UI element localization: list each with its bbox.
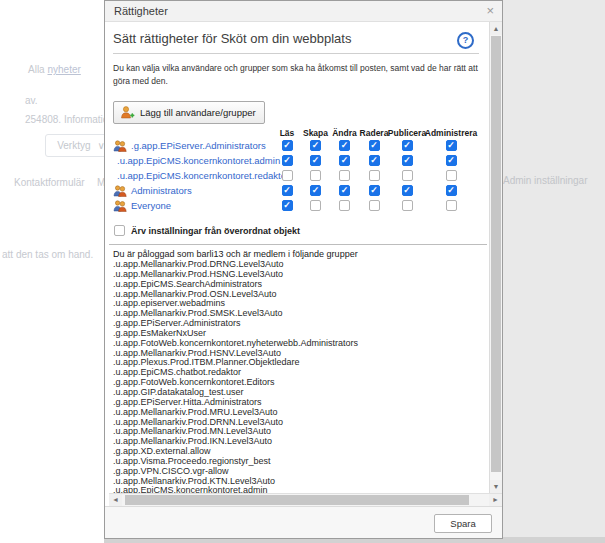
background-page-ref: 254808. Information <box>25 114 114 125</box>
permission-checkbox[interactable] <box>402 200 413 211</box>
horizontal-scrollbar[interactable]: ◄ ► <box>109 493 502 506</box>
scroll-left-icon[interactable]: ◄ <box>109 494 122 506</box>
group-link[interactable]: Everyone <box>131 200 171 211</box>
background-alla-label: Alla <box>28 64 45 75</box>
add-user-icon <box>120 106 135 119</box>
column-header: Läs <box>280 128 295 138</box>
group-link[interactable]: .u.app.EpiCMS.koncernkontoret.admin <box>117 155 280 166</box>
background-tab-kontaktformular[interactable]: Kontaktformulär <box>14 177 85 188</box>
permission-checkbox[interactable] <box>282 170 293 181</box>
add-users-groups-label: Lägg till användare/grupper <box>140 107 256 118</box>
permission-checkbox[interactable]: ✓ <box>369 185 380 196</box>
column-header: Ändra <box>332 128 357 138</box>
vertical-scrollbar-thumb[interactable] <box>491 36 501 472</box>
permission-row: .u.app.EpiCMS.koncernkontoret.admin ✓✓✓✓… <box>113 153 485 168</box>
permission-checkbox[interactable]: ✓ <box>402 185 413 196</box>
column-header: Skapa <box>303 128 328 138</box>
group-cell: .u.app.EpiCMS.koncernkontoret.admin <box>113 155 273 167</box>
permission-checkbox[interactable]: ✓ <box>402 140 413 151</box>
scroll-right-icon[interactable]: ► <box>489 494 502 506</box>
group-link[interactable]: .g.app.EPiServer.Administrators <box>131 140 266 151</box>
permission-checkbox[interactable] <box>369 200 380 211</box>
group-cell: .u.app.EpiCMS.koncernkontoret.redaktor <box>113 170 273 182</box>
permission-checkboxes: ✓✓✓✓✓✓ <box>273 140 477 151</box>
permission-checkbox[interactable]: ✓ <box>339 155 350 166</box>
save-button[interactable]: Spara <box>434 514 492 533</box>
background-att-den-text: att den tas om hand. <box>2 249 93 260</box>
permission-checkbox[interactable]: ✓ <box>339 140 350 151</box>
membership-divider <box>109 244 487 245</box>
permission-checkbox[interactable] <box>402 170 413 181</box>
permissions-table: LäsSkapaÄndraRaderaPubliceraAdministrera… <box>113 125 485 213</box>
permission-checkbox[interactable] <box>339 200 350 211</box>
permission-checkbox[interactable]: ✓ <box>310 155 321 166</box>
permission-checkbox[interactable]: ✓ <box>369 155 380 166</box>
membership-group-list: .u.app.Mellanarkiv.Prod.DRNG.Level3Auto.… <box>113 260 485 493</box>
permission-checkboxes: ✓✓✓✓✓✓ <box>273 185 477 196</box>
background-alla-row: Alla nyheter <box>28 64 81 75</box>
permission-checkbox[interactable] <box>446 200 457 211</box>
permission-checkbox[interactable]: ✓ <box>369 140 380 151</box>
permission-checkbox[interactable]: ✓ <box>446 140 457 151</box>
inherit-settings-label: Ärv inställningar från överordnat objekt <box>131 226 300 236</box>
permission-checkbox[interactable] <box>339 170 350 181</box>
group-cell: .g.app.EPiServer.Administrators <box>113 140 273 152</box>
permission-row: .g.app.EPiServer.Administrators ✓✓✓✓✓✓ <box>113 138 485 153</box>
group-cell: Administrators <box>113 185 273 197</box>
horizontal-scrollbar-thumb[interactable] <box>125 495 469 505</box>
permissions-dialog: Rättigheter × Sätt rättigheter för Sköt … <box>104 0 503 539</box>
group-link[interactable]: Administrators <box>131 185 192 196</box>
permission-row: .u.app.EpiCMS.koncernkontoret.redaktor <box>113 168 485 183</box>
permission-checkboxes: ✓✓✓✓✓✓ <box>273 155 477 166</box>
permission-checkbox[interactable]: ✓ <box>282 140 293 151</box>
permission-checkbox[interactable]: ✓ <box>402 155 413 166</box>
add-users-groups-button[interactable]: Lägg till användare/grupper <box>113 101 265 124</box>
permission-checkbox[interactable]: ✓ <box>282 155 293 166</box>
permissions-header-row: LäsSkapaÄndraRaderaPubliceraAdministrera <box>113 125 485 138</box>
column-header: Radera <box>360 128 389 138</box>
permission-checkbox[interactable]: ✓ <box>310 185 321 196</box>
background-right-panel: Admin inställningar <box>501 0 605 543</box>
permission-checkbox[interactable] <box>310 200 321 211</box>
vertical-scrollbar[interactable]: ▲ ▼ <box>489 22 502 493</box>
close-icon[interactable]: × <box>486 1 494 21</box>
permission-checkbox[interactable]: ✓ <box>446 155 457 166</box>
scroll-up-icon[interactable]: ▲ <box>490 22 502 35</box>
scroll-down-icon[interactable]: ▼ <box>490 480 502 493</box>
user-group-icon <box>113 140 127 152</box>
heading-divider <box>113 53 479 54</box>
user-group-icon <box>113 200 127 212</box>
permission-checkbox[interactable] <box>310 170 321 181</box>
permission-row: Everyone ✓ <box>113 198 485 213</box>
column-header: Administrera <box>425 128 477 138</box>
dialog-titlebar: Rättigheter × <box>105 1 502 22</box>
permission-checkbox[interactable]: ✓ <box>446 185 457 196</box>
membership-intro: Du är påloggad som barli13 och är medlem… <box>113 249 358 259</box>
background-alla-link[interactable]: nyheter <box>47 64 80 75</box>
column-header: Publicera <box>388 128 426 138</box>
permission-checkbox[interactable]: ✓ <box>282 200 293 211</box>
user-group-icon <box>113 185 127 197</box>
permission-row: Administrators ✓✓✓✓✓✓ <box>113 183 485 198</box>
permissions-column-headers: LäsSkapaÄndraRaderaPubliceraAdministrera <box>273 128 477 138</box>
permission-checkboxes <box>273 170 477 181</box>
membership-group: .u.app.EpiCMS.koncernkontoret.admin <box>113 486 485 493</box>
permission-checkbox[interactable] <box>446 170 457 181</box>
permission-checkbox[interactable]: ✓ <box>339 185 350 196</box>
group-link[interactable]: .u.app.EpiCMS.koncernkontoret.redaktor <box>117 170 289 181</box>
background-admin-settings: Admin inställningar <box>503 175 588 186</box>
inherit-settings-checkbox[interactable] <box>114 225 125 236</box>
help-icon[interactable]: ? <box>457 32 474 49</box>
permission-checkbox[interactable]: ✓ <box>282 185 293 196</box>
permission-checkbox[interactable] <box>369 170 380 181</box>
dialog-title: Rättigheter <box>105 1 502 21</box>
group-cell: Everyone <box>113 200 273 212</box>
dialog-footer: Spara <box>105 506 502 538</box>
permission-checkboxes: ✓ <box>273 200 477 211</box>
permission-checkbox[interactable]: ✓ <box>310 140 321 151</box>
dialog-description: Du kan välja vilka användare och grupper… <box>113 62 485 88</box>
background-av-label: av. <box>25 95 38 106</box>
screen: Alla nyheter av. 254808. Information Ver… <box>0 0 605 543</box>
verktyg-label: Verktyg <box>57 140 90 151</box>
dialog-heading: Sätt rättigheter för Sköt om din webbpla… <box>113 31 351 46</box>
